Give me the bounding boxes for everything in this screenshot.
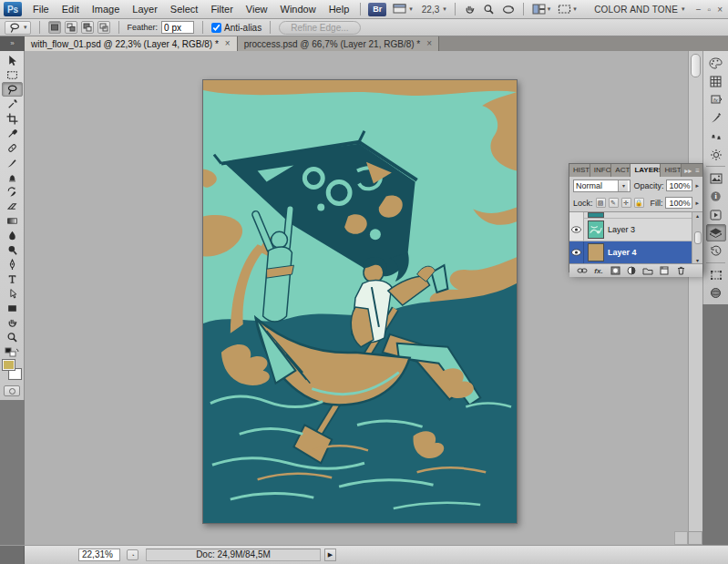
view-extras-button[interactable]: ▾ [389, 2, 416, 16]
new-group-button[interactable] [642, 266, 653, 276]
fill-value[interactable]: 100% [665, 197, 692, 209]
link-layers-button[interactable] [577, 266, 588, 276]
visibility-toggle[interactable] [569, 219, 584, 241]
tool-rectangle-shape[interactable] [2, 301, 23, 315]
3d-panel-button[interactable] [706, 284, 726, 302]
lock-position-icon[interactable]: ✛ [621, 198, 631, 208]
document-canvas[interactable] [202, 79, 518, 524]
rotate-view-button[interactable] [498, 2, 518, 17]
menu-layer[interactable]: Layer [126, 1, 164, 17]
launch-bridge-button[interactable]: Br [368, 3, 386, 16]
zoom-tool-button[interactable] [479, 2, 498, 17]
menu-edit[interactable]: Edit [56, 1, 86, 17]
horizontal-scroll-right-button[interactable] [674, 531, 688, 545]
intersect-selection-button[interactable] [97, 21, 110, 34]
opacity-value[interactable]: 100% [666, 179, 692, 191]
tool-brush[interactable] [2, 155, 23, 169]
foreground-color-swatch[interactable] [2, 359, 15, 371]
tab-histogram[interactable]: HIST [569, 164, 590, 177]
refine-edge-button[interactable]: Refine Edge... [279, 21, 360, 35]
new-layer-button[interactable] [659, 266, 670, 276]
menu-filter[interactable]: Filter [204, 1, 239, 17]
swap-colors-button[interactable] [4, 346, 20, 357]
fill-arrow-icon[interactable]: ▸ [695, 200, 699, 207]
new-selection-button[interactable] [48, 21, 61, 34]
character-panel-button[interactable] [706, 266, 726, 283]
opacity-arrow-icon[interactable]: ▸ [695, 182, 699, 190]
restore-button[interactable]: ▫ [708, 5, 712, 15]
feather-input[interactable] [161, 21, 194, 34]
info-panel-button[interactable]: i [706, 188, 726, 205]
tab-overflow-icon[interactable]: ▸▸ [684, 167, 692, 175]
layers-panel-button[interactable] [706, 224, 726, 241]
tab-info[interactable]: INFO [590, 164, 611, 177]
tab-history[interactable]: HIST [661, 164, 682, 177]
close-icon[interactable]: × [225, 39, 231, 48]
zoom-level-dropdown[interactable]: 22,3 ▾ [416, 3, 450, 16]
close-button[interactable]: × [717, 5, 723, 15]
tool-blur[interactable] [2, 228, 23, 242]
layer-style-button[interactable]: fx. [593, 266, 604, 276]
tool-path-selection[interactable] [2, 286, 23, 301]
scroll-up-icon[interactable]: ▴ [696, 212, 699, 219]
tool-gradient[interactable] [2, 213, 23, 228]
layer-row-partial[interactable] [569, 212, 692, 219]
layer-thumbnail[interactable] [588, 243, 604, 261]
menu-image[interactable]: Image [86, 1, 127, 17]
status-zoom-field[interactable]: 22,31% [78, 549, 120, 561]
minimize-button[interactable]: − [696, 5, 702, 15]
photoshop-logo-icon[interactable]: Ps [4, 2, 22, 16]
scrollbar-thumb[interactable] [694, 231, 702, 244]
workspace-switcher[interactable]: COLOR AND TONE ▾ [594, 5, 685, 15]
tool-eraser[interactable] [2, 199, 23, 213]
tool-preset-picker[interactable]: ▾ [5, 21, 31, 35]
menu-view[interactable]: View [240, 1, 274, 17]
tool-pen[interactable] [2, 257, 23, 272]
menu-select[interactable]: Select [164, 1, 205, 17]
tool-dodge[interactable] [2, 242, 23, 257]
lock-pixels-icon[interactable]: ✎ [609, 198, 619, 208]
panel-menu-icon[interactable]: ≡ [695, 167, 700, 175]
actions-panel-button[interactable] [706, 206, 726, 223]
add-to-selection-button[interactable] [65, 21, 77, 34]
adjustment-layer-button[interactable] [626, 266, 637, 276]
tool-rectangular-marquee[interactable] [2, 67, 23, 82]
tool-lasso[interactable] [2, 82, 23, 97]
layer-thumbnail[interactable] [588, 220, 604, 239]
tab-actions[interactable]: ACT [611, 164, 631, 177]
layer-name[interactable]: Layer 4 [608, 248, 637, 257]
document-tab-inactive[interactable]: proccess.psd @ 66,7% (Layer 21, RGB/8) *… [238, 36, 439, 51]
tool-crop[interactable] [2, 111, 23, 126]
vertical-scrollbar[interactable] [688, 51, 702, 531]
color-panel-button[interactable] [706, 55, 726, 72]
swatches-panel-button[interactable] [706, 73, 726, 90]
layers-scrollbar[interactable]: ▴ ▾ [692, 212, 702, 263]
styles-panel-button[interactable]: fx [706, 91, 726, 108]
clone-source-panel-button[interactable] [706, 128, 726, 145]
layer-row[interactable]: Layer 3 [569, 219, 692, 241]
close-icon[interactable]: × [426, 39, 432, 48]
visibility-toggle[interactable] [569, 241, 584, 263]
tool-healing-brush[interactable] [2, 140, 23, 155]
tool-type[interactable] [2, 272, 23, 286]
add-layer-mask-button[interactable] [610, 266, 620, 276]
tool-zoom[interactable] [2, 330, 23, 344]
scroll-down-icon[interactable]: ▾ [696, 257, 699, 263]
anti-alias-option[interactable]: Anti-alias [211, 23, 261, 33]
quick-mask-button[interactable] [4, 385, 20, 396]
scrollbar-thumb[interactable] [691, 54, 701, 77]
anti-alias-checkbox[interactable] [211, 23, 221, 33]
arrange-documents-button[interactable]: ▾ [528, 2, 555, 16]
menu-window[interactable]: Window [274, 1, 323, 17]
layer-name[interactable]: Layer 3 [608, 225, 635, 234]
status-options-button[interactable]: ▶ [324, 549, 336, 561]
tools-panel-header[interactable]: » [0, 36, 25, 51]
tool-eyedropper[interactable] [2, 126, 23, 140]
menu-file[interactable]: File [26, 1, 56, 17]
adjustments-panel-button[interactable] [706, 146, 726, 163]
menu-help[interactable]: Help [323, 1, 356, 17]
visibility-cell[interactable] [569, 212, 584, 219]
tool-clone-stamp[interactable] [2, 169, 23, 184]
tab-layers[interactable]: LAYERS [631, 164, 661, 177]
hand-tool-button[interactable] [460, 2, 479, 17]
